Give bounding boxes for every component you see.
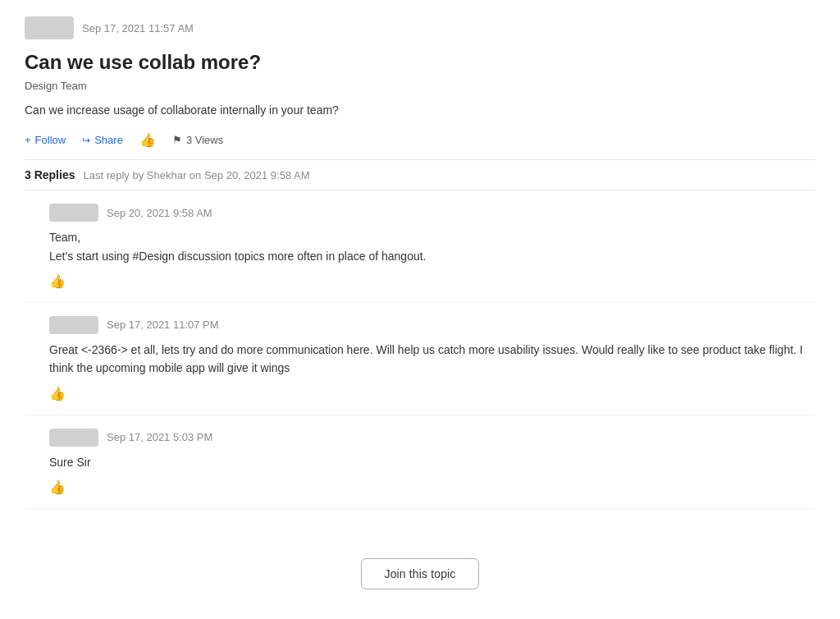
- topic-title: Can we use collab more?: [25, 49, 815, 75]
- reply-item: Sep 17, 2021 11:07 PM Great <-2366-> et …: [25, 303, 815, 415]
- reply-like-button[interactable]: 👍: [49, 386, 66, 401]
- share-button[interactable]: ↪ Share: [82, 134, 123, 146]
- share-icon: ↪: [82, 135, 90, 146]
- share-label: Share: [94, 134, 123, 146]
- reply-header: Sep 17, 2021 5:03 PM: [49, 429, 815, 447]
- join-topic-button[interactable]: Join this topic: [361, 558, 480, 589]
- reply-item: Sep 17, 2021 5:03 PM Sure Sir 👍: [25, 415, 815, 509]
- reply-timestamp: Sep 17, 2021 11:07 PM: [107, 319, 219, 331]
- action-bar: + Follow ↪ Share 👍 ⚑ 3 Views: [25, 132, 815, 160]
- join-topic-container: Join this topic: [25, 558, 815, 589]
- reply-body: Team,Let's start using #Design discussio…: [49, 228, 815, 265]
- thumbs-up-icon: 👍: [139, 132, 156, 148]
- avatar: [49, 316, 98, 334]
- like-button[interactable]: 👍: [139, 132, 156, 148]
- thumbs-up-icon: 👍: [49, 273, 66, 289]
- original-post: Sep 17, 2021 11:57 AM Can we use collab …: [25, 16, 815, 160]
- reply-like-button[interactable]: 👍: [49, 273, 66, 289]
- avatar: [49, 429, 98, 447]
- replies-count: 3 Replies: [25, 168, 75, 181]
- views-count: 3 Views: [186, 134, 223, 146]
- topic-body: Can we increase usage of collaborate int…: [25, 102, 815, 119]
- reply-header: Sep 20, 2021 9:58 AM: [49, 204, 815, 222]
- views-icon: ⚑: [172, 134, 182, 146]
- views-info: ⚑ 3 Views: [172, 134, 223, 146]
- reply-like-button[interactable]: 👍: [49, 479, 66, 495]
- reply-header: Sep 17, 2021 11:07 PM: [49, 316, 815, 334]
- avatar: [25, 16, 74, 39]
- reply-item: Sep 20, 2021 9:58 AM Team,Let's start us…: [25, 190, 815, 303]
- follow-label: Follow: [35, 134, 66, 146]
- page-container: Sep 17, 2021 11:57 AM Can we use collab …: [0, 0, 840, 619]
- reply-body: Sure Sir: [49, 453, 815, 471]
- reply-timestamp: Sep 17, 2021 5:03 PM: [107, 431, 212, 443]
- thumbs-up-icon: 👍: [49, 479, 66, 495]
- post-header: Sep 17, 2021 11:57 AM: [25, 16, 815, 39]
- plus-icon: +: [25, 134, 31, 146]
- last-reply-info: Last reply by Shekhar on Sep 20, 2021 9:…: [83, 169, 309, 181]
- thumbs-up-icon: 👍: [49, 386, 66, 401]
- follow-button[interactable]: + Follow: [25, 134, 66, 146]
- replies-header: 3 Replies Last reply by Shekhar on Sep 2…: [25, 160, 815, 190]
- reply-body: Great <-2366-> et all, lets try and do m…: [49, 341, 815, 378]
- reply-timestamp: Sep 20, 2021 9:58 AM: [107, 207, 212, 219]
- topic-group: Design Team: [25, 80, 815, 92]
- post-timestamp: Sep 17, 2021 11:57 AM: [82, 22, 194, 34]
- avatar: [49, 204, 98, 222]
